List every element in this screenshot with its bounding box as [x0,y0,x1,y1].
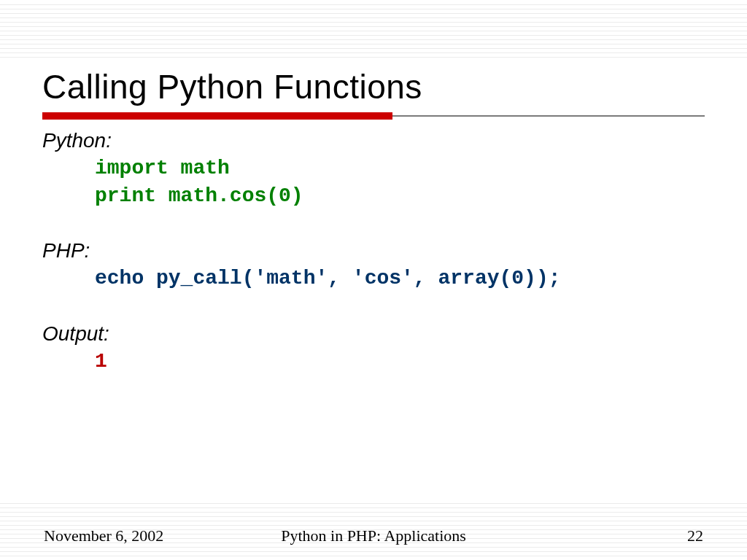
slide-footer: November 6, 2002 Python in PHP: Applicat… [44,526,703,545]
decorative-lines-top [0,0,747,58]
footer-page-number: 22 [687,526,703,545]
body-content: Python: import math print math.cos(0) PH… [42,127,705,376]
underline-red-segment [42,112,392,120]
slide-title: Calling Python Functions [42,67,705,106]
title-underline [42,112,705,120]
python-code-line-2: print math.cos(0) [42,182,705,210]
slide-content: Calling Python Functions Python: import … [42,67,705,376]
php-code-line: echo py_call('math', 'cos', array(0)); [42,265,705,292]
footer-date: November 6, 2002 [44,526,163,545]
footer-subject: Python in PHP: Applications [281,526,466,545]
python-code-line-1: import math [42,155,705,182]
output-label: Output: [42,320,705,348]
underline-grey-segment [392,115,705,117]
python-label: Python: [42,127,705,155]
output-value: 1 [42,348,705,376]
php-label: PHP: [42,237,705,265]
